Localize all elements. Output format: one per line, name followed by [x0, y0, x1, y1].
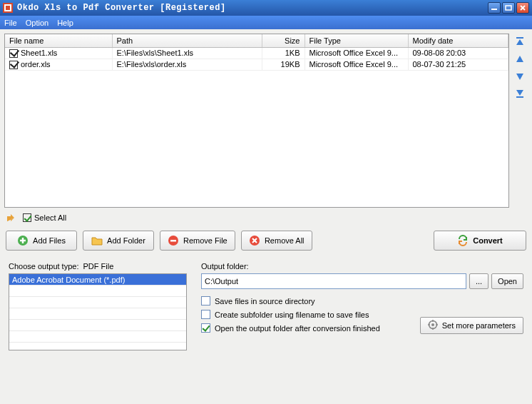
title-bar: Okdo Xls to Pdf Converter [Registered]: [0, 0, 532, 16]
svg-rect-5: [516, 37, 523, 39]
browse-button[interactable]: ...: [469, 273, 488, 289]
maximize-button[interactable]: [502, 2, 515, 14]
file-list[interactable]: File name Path Size File Type Modify dat…: [4, 34, 509, 208]
list-item[interactable]: Adobe Acrobat Document (*.pdf): [9, 274, 186, 286]
add-files-button[interactable]: Add Files: [6, 231, 77, 251]
gear-icon: [428, 320, 438, 331]
svg-point-12: [431, 323, 434, 326]
save-in-source-checkbox[interactable]: Save files in source directory: [201, 296, 523, 305]
checkbox-icon: [201, 296, 210, 305]
checkbox-icon: [201, 310, 210, 319]
output-type-list[interactable]: Adobe Acrobat Document (*.pdf): [9, 273, 187, 350]
select-all-label: Select All: [34, 213, 66, 222]
menu-bar: File Option Help: [0, 16, 532, 29]
remove-file-button[interactable]: Remove File: [160, 231, 235, 251]
plus-icon: [17, 235, 29, 246]
window-title: Okdo Xls to Pdf Converter [Registered]: [17, 3, 486, 13]
table-row[interactable]: Sheet1.xlsE:\Files\xls\Sheet1.xls1KBMicr…: [5, 47, 508, 59]
select-all-checkbox[interactable]: Select All: [23, 213, 66, 222]
svg-rect-2: [6, 6, 10, 10]
up-folder-icon[interactable]: [6, 212, 19, 223]
svg-rect-6: [516, 96, 523, 98]
move-down-icon[interactable]: [513, 71, 526, 82]
col-filetype[interactable]: File Type: [305, 34, 408, 47]
col-path[interactable]: Path: [112, 34, 262, 47]
remove-all-icon: [249, 235, 260, 246]
close-button[interactable]: [516, 2, 529, 14]
output-type-label: Choose output type:: [9, 262, 78, 271]
checkbox-icon[interactable]: [9, 49, 18, 58]
reorder-arrows: [512, 34, 528, 208]
move-up-icon[interactable]: [513, 54, 526, 65]
col-modify[interactable]: Modify date: [408, 34, 508, 47]
svg-rect-3: [491, 9, 497, 10]
set-more-parameters-button[interactable]: Set more parameters: [420, 317, 523, 334]
svg-rect-4: [506, 6, 511, 10]
convert-icon: [457, 235, 469, 246]
app-icon: [3, 3, 13, 13]
menu-help[interactable]: Help: [57, 19, 73, 27]
col-filename[interactable]: File name: [5, 34, 112, 47]
checkbox-icon: [23, 213, 31, 222]
output-folder-input[interactable]: [201, 273, 466, 289]
folder-icon: [91, 235, 103, 246]
table-row[interactable]: order.xlsE:\Files\xls\order.xls19KBMicro…: [5, 59, 508, 70]
output-type-value: PDF File: [83, 262, 113, 271]
move-bottom-icon[interactable]: [513, 88, 526, 99]
open-folder-button[interactable]: Open: [491, 273, 523, 289]
add-folder-button[interactable]: Add Folder: [83, 231, 154, 251]
svg-rect-9: [170, 240, 176, 242]
menu-option[interactable]: Option: [26, 19, 48, 27]
minimize-button[interactable]: [488, 2, 501, 14]
minus-icon: [168, 235, 179, 246]
checkbox-icon[interactable]: [9, 61, 18, 69]
col-size[interactable]: Size: [262, 34, 305, 47]
convert-button[interactable]: Convert: [434, 231, 526, 251]
output-folder-label: Output folder:: [201, 262, 523, 271]
menu-file[interactable]: File: [4, 19, 17, 27]
move-top-icon[interactable]: [513, 36, 526, 48]
remove-all-button[interactable]: Remove All: [241, 231, 312, 251]
checkbox-icon: [201, 323, 210, 333]
